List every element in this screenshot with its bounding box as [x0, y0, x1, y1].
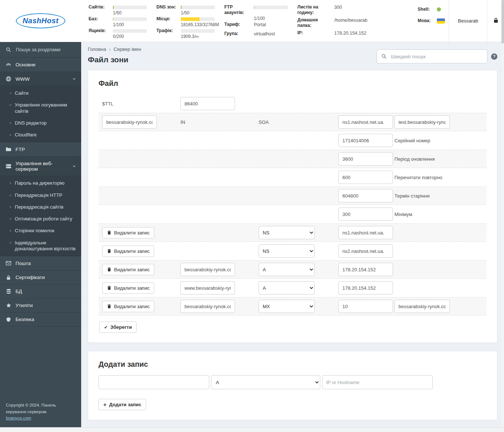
- record-type-select[interactable]: A: [259, 281, 315, 295]
- soa-primary-ns-input[interactable]: [338, 115, 393, 129]
- brainycp-link[interactable]: brainycp.com: [6, 416, 31, 420]
- ttl-row: $TTL: [99, 94, 487, 113]
- sidebar-item-www[interactable]: WWW: [0, 72, 81, 86]
- sidebar-item-http-redirect[interactable]: ○ Переадресація HTTP: [0, 189, 81, 201]
- record-type-select[interactable]: MX: [259, 300, 315, 313]
- stats-col-1: Сайтів: 1/50 Баз: 1/100 Ящиків: 0/200: [89, 4, 147, 39]
- sidebar-item-certificates[interactable]: Сертифікати: [0, 271, 81, 285]
- delete-record-button[interactable]: Видалити запис: [102, 301, 154, 312]
- sidebar-item-cloudflare[interactable]: ○ Cloudflare: [0, 129, 81, 141]
- sidebar-item-directory-password[interactable]: ○ Пароль на директорію: [0, 177, 81, 189]
- record-row-a1: Видалити запис A: [99, 260, 487, 279]
- stat-traffic: Трафік: 1909.3/∞: [156, 28, 215, 39]
- record-value-input[interactable]: [338, 226, 393, 239]
- circle-icon: ○: [9, 120, 11, 126]
- record-row-mx: Видалити запис MX: [99, 297, 487, 316]
- sidebar-item-site-optimization[interactable]: ○ Оптимізація роботи сайту: [0, 213, 81, 225]
- horizontal-scrollbar[interactable]: [0, 427, 504, 432]
- record-name-input[interactable]: [180, 300, 235, 313]
- trash-icon: [107, 267, 111, 272]
- breadcrumb-home[interactable]: Головна: [88, 46, 106, 52]
- sidebar-item-dns-editor[interactable]: ○ DNS редактор: [0, 117, 81, 129]
- record-name-input[interactable]: [180, 263, 235, 276]
- sidebar-item-mail[interactable]: Пошта: [0, 256, 81, 271]
- add-record-button[interactable]: + Додати запис: [99, 399, 146, 410]
- ukraine-flag-icon[interactable]: [437, 18, 445, 24]
- save-button[interactable]: ✔ Зберегти: [99, 321, 137, 333]
- soa-serial-input[interactable]: [338, 134, 393, 147]
- stat-mailboxes: Ящиків: 0/200: [89, 28, 147, 39]
- delete-record-button[interactable]: Видалити запис: [102, 282, 154, 294]
- breadcrumb: Головна › Сервер імен: [88, 46, 141, 52]
- soa-minimum-row: Мінімум: [99, 205, 487, 223]
- add-type-select[interactable]: A: [211, 375, 320, 389]
- stats-col-3: FTP акаунтів: 1/100 Тариф: Portal Група:…: [224, 4, 288, 39]
- stat-shell: Shell:: [418, 7, 445, 12]
- chevron-down-icon: [72, 164, 76, 168]
- sidebar-item-label: Управління веб-сервером: [15, 161, 69, 172]
- sidebar-item-main[interactable]: Основне: [0, 58, 81, 72]
- soa-refresh-row: Період оновлення: [99, 150, 487, 168]
- scrollbar-thumb[interactable]: [501, 0, 504, 43]
- soa-refresh-label: Період оновлення: [394, 156, 435, 162]
- sidebar-subitem-label: Індивідуальне доналаштування віртхостів: [15, 240, 77, 252]
- soa-expire-input[interactable]: [338, 189, 393, 202]
- ttl-input[interactable]: [180, 97, 235, 110]
- sites-progressbar: [113, 6, 147, 9]
- record-name-input[interactable]: [180, 281, 235, 295]
- username: Bessarab: [458, 18, 478, 24]
- sidebar-item-site-logging[interactable]: ○ Управління логуванням сайтів: [0, 99, 81, 117]
- sidebar-subitem-label: Cloudflare: [15, 132, 37, 138]
- soa-admin-input[interactable]: [394, 115, 450, 129]
- soa-minimum-input[interactable]: [338, 208, 393, 221]
- add-value-input[interactable]: [322, 375, 433, 389]
- sidebar-item-error-pages[interactable]: ○ Сторінки помилок: [0, 225, 81, 237]
- sidebar-item-utilities[interactable]: Утиліти: [0, 299, 81, 313]
- record-row-a2: Видалити запис A: [99, 279, 487, 297]
- record-type-select[interactable]: NS: [259, 244, 315, 258]
- globe-icon: [5, 76, 12, 82]
- add-card-title: Додати запис: [99, 360, 487, 369]
- vertical-scrollbar[interactable]: [501, 0, 504, 427]
- sidebar-item-security[interactable]: Безпека: [0, 313, 81, 327]
- user-menu[interactable]: Bessarab: [449, 0, 487, 42]
- delete-record-button[interactable]: Видалити запис: [102, 227, 154, 238]
- zone-file-card: Файл $TTL IN SOA Серійний номер: [88, 70, 497, 343]
- sidebar-item-label: Безпека: [15, 317, 34, 322]
- sidebar-search: [0, 42, 81, 58]
- ttl-label: $TTL: [102, 101, 113, 107]
- quick-search-input[interactable]: [390, 53, 483, 60]
- record-priority-input[interactable]: [338, 300, 393, 313]
- stat-databases: Баз: 1/100: [89, 16, 147, 27]
- record-type-select[interactable]: NS: [259, 226, 315, 239]
- record-value-input[interactable]: [338, 263, 393, 276]
- disk-progressbar: [181, 17, 215, 21]
- content: Головна › Сервер імен Файл зони ?: [81, 42, 504, 427]
- delete-record-button[interactable]: Видалити запис: [102, 245, 154, 257]
- record-target-input[interactable]: [394, 300, 450, 313]
- app: NashHost Основне WWW: [0, 0, 504, 427]
- stats-col-4: Листів на годину: 300 Домашня папка: /ho…: [297, 4, 367, 39]
- record-value-input[interactable]: [338, 244, 393, 258]
- database-icon: [5, 289, 12, 294]
- sidebar-item-webserver[interactable]: Управління веб-сервером: [0, 157, 81, 176]
- add-name-input[interactable]: [99, 375, 209, 389]
- record-type-select[interactable]: A: [259, 263, 315, 276]
- sidebar-item-site-redirect[interactable]: ○ Переадресація сайтів: [0, 201, 81, 213]
- record-value-input[interactable]: [338, 281, 393, 295]
- soa-domain-input[interactable]: [102, 115, 157, 129]
- stat-mail-rate: Листів на годину: 300: [297, 4, 367, 15]
- soa-refresh-input[interactable]: [338, 152, 393, 166]
- nashhost-logo[interactable]: NashHost: [16, 13, 65, 28]
- breadcrumb-separator: ›: [109, 46, 110, 52]
- delete-record-button[interactable]: Видалити запис: [102, 264, 154, 275]
- sidebar-search-input[interactable]: [15, 46, 74, 53]
- sidebar-item-ftp[interactable]: FTP: [0, 142, 81, 157]
- sidebar-item-sites[interactable]: ○ Сайти: [0, 87, 81, 99]
- dns-zones-progressbar: [181, 6, 215, 9]
- sidebar-item-db[interactable]: БД: [0, 285, 81, 299]
- help-icon[interactable]: ?: [491, 53, 497, 60]
- soa-serial-label: Серійний номер: [394, 138, 430, 143]
- sidebar-item-vhost-custom-config[interactable]: ○ Індивідуальне доналаштування віртхості…: [0, 237, 81, 255]
- soa-retry-input[interactable]: [338, 171, 393, 184]
